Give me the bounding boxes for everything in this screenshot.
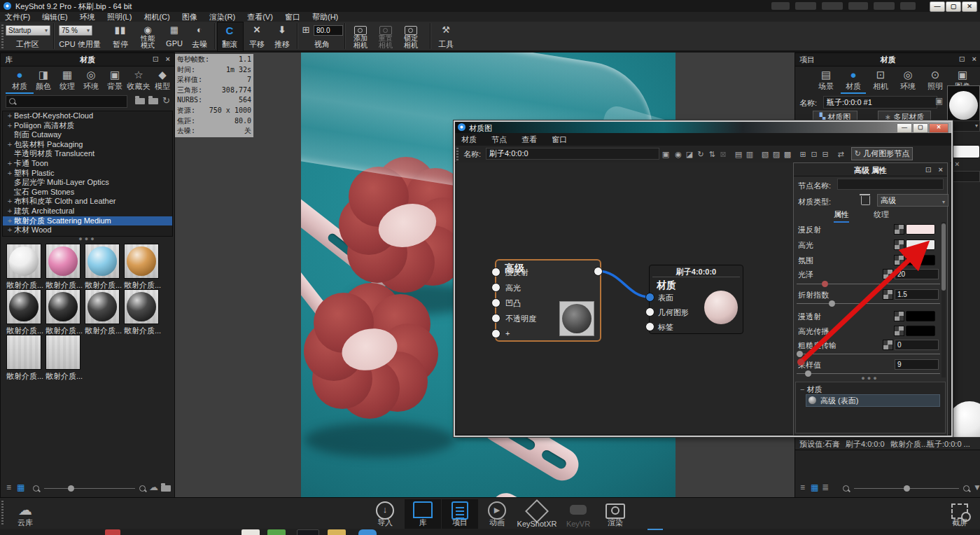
taskbar-app-icon[interactable] bbox=[358, 529, 377, 535]
filter-icon[interactable]: ▼ bbox=[973, 482, 980, 492]
thumbnail-size-slider[interactable] bbox=[44, 488, 135, 489]
import-button[interactable]: ↓ 导入 bbox=[367, 499, 403, 529]
panel-splitter[interactable]: ●●● bbox=[860, 375, 881, 382]
zoom-out-icon[interactable] bbox=[33, 485, 39, 492]
scrollbar-thumb[interactable] bbox=[941, 223, 946, 291]
workspace-dropdown[interactable]: Startup▾ bbox=[6, 25, 50, 36]
input-port-bump[interactable] bbox=[491, 298, 500, 307]
graph-menu-window[interactable]: 窗口 bbox=[552, 133, 567, 146]
menu-image[interactable]: 图像 bbox=[182, 12, 197, 22]
taskbar-app-icon[interactable] bbox=[105, 529, 120, 535]
cloud-library-button[interactable]: ☁ 云库 bbox=[7, 499, 43, 529]
partial-field[interactable] bbox=[952, 171, 980, 182]
menu-environment[interactable]: 环境 bbox=[80, 12, 95, 22]
maximize-window-button[interactable]: ▢ bbox=[913, 123, 928, 133]
project-toggle-button[interactable]: 项目 bbox=[442, 499, 478, 530]
taskbar-app-icon[interactable] bbox=[297, 529, 319, 535]
material-item[interactable]: 散射介质... bbox=[890, 439, 927, 450]
menu-render[interactable]: 渲染(R) bbox=[209, 12, 235, 22]
undock-icon[interactable]: ⊡ bbox=[153, 55, 159, 64]
toolbar-grip[interactable] bbox=[456, 148, 458, 160]
taskbar-app-icon[interactable] bbox=[267, 529, 286, 535]
zoom-in-icon[interactable] bbox=[139, 485, 146, 492]
gpu-icon[interactable]: ▦ bbox=[164, 25, 185, 35]
grid-view-icon[interactable]: ▦ bbox=[811, 482, 818, 492]
pan-icon[interactable]: ✕ bbox=[246, 25, 267, 35]
menu-file[interactable]: 文件(F) bbox=[5, 12, 30, 22]
import-folder-icon[interactable] bbox=[148, 98, 158, 104]
keyshotxr-button[interactable]: KeyShotXR bbox=[516, 499, 558, 529]
tree-item[interactable]: 剖面 Cutaway bbox=[3, 130, 172, 140]
graph-menu-node[interactable]: 节点 bbox=[491, 133, 507, 146]
material-thumbnail[interactable]: 散射介质... bbox=[46, 289, 79, 336]
tools-label[interactable]: 工具 bbox=[435, 39, 456, 50]
tab-scene[interactable]: ▤场景 bbox=[812, 69, 840, 92]
pause-button-label[interactable]: 暂停 bbox=[111, 39, 130, 50]
tab-models[interactable]: ◆模型 bbox=[147, 69, 178, 92]
material-type-dropdown[interactable]: 高级▾ bbox=[877, 194, 948, 207]
render-preview-icon[interactable]: ◉ bbox=[673, 149, 683, 159]
diffuse-color-swatch[interactable] bbox=[906, 224, 935, 235]
search-input[interactable] bbox=[6, 95, 127, 108]
partial-dropdown[interactable]: ▾ bbox=[952, 120, 980, 132]
graph-name-field[interactable]: 刷子4:0:0:0 bbox=[486, 148, 659, 160]
screenshot-button[interactable]: 截屏 bbox=[941, 499, 978, 529]
performance-mode-label[interactable]: 性能 模式 bbox=[137, 35, 158, 49]
material-item[interactable]: 瓶子:0:0:0 ... bbox=[927, 439, 970, 450]
save-icon[interactable]: ▣ bbox=[661, 149, 671, 159]
taskbar-app-icon[interactable] bbox=[241, 529, 260, 535]
lock-camera-label[interactable]: 锁定 相机 bbox=[400, 35, 421, 49]
ribbon-grip[interactable] bbox=[1, 501, 4, 526]
samples-slider-handle[interactable] bbox=[805, 370, 811, 377]
graph-menu-material[interactable]: 材质 bbox=[461, 133, 477, 146]
filter-settings-icon[interactable]: ⇅ bbox=[707, 149, 717, 159]
tree-item-selected[interactable]: +散射介质 Scattering Medium bbox=[3, 216, 172, 226]
material-thumbnail[interactable]: 散射介质... bbox=[124, 244, 158, 291]
history-icon[interactable]: ↻ bbox=[696, 149, 706, 159]
library-toggle-button[interactable]: 库 bbox=[405, 499, 441, 530]
input-port-label[interactable] bbox=[645, 322, 654, 331]
menu-camera[interactable]: 相机(C) bbox=[144, 12, 169, 22]
tree-item[interactable]: +Best-Of-Keyshot-Cloud bbox=[3, 111, 172, 121]
material-thumbnail[interactable]: 散射介质... bbox=[85, 244, 118, 291]
align-nodes-icon[interactable]: ⇄ bbox=[836, 149, 846, 159]
input-port-opacity[interactable] bbox=[491, 314, 500, 323]
output-port[interactable] bbox=[594, 267, 603, 276]
input-port-geometry[interactable] bbox=[645, 307, 654, 317]
tumble-label[interactable]: 翻滚 bbox=[217, 39, 242, 50]
cloud-upload-icon[interactable]: ☁ bbox=[149, 482, 158, 492]
partial-color-swatch[interactable] bbox=[952, 145, 980, 158]
material-item[interactable]: 刷子4:0:0:0 bbox=[846, 439, 885, 450]
tree-item[interactable]: +塑料 Plastic bbox=[3, 169, 172, 179]
graph-menu-view[interactable]: 查看 bbox=[522, 133, 537, 146]
undock-icon[interactable]: ⊡ bbox=[959, 55, 965, 64]
tab-environment[interactable]: ◎环境 bbox=[894, 69, 922, 92]
add-folder-icon[interactable] bbox=[135, 98, 145, 104]
material-name-field[interactable]: 瓶子:0:0:0 #1 bbox=[823, 96, 937, 109]
tree-item[interactable]: +包装材料 Packaging bbox=[3, 140, 172, 150]
relink-material-icon[interactable]: ▩ bbox=[783, 149, 792, 159]
zoom-in-icon[interactable] bbox=[963, 485, 969, 492]
pause-icon[interactable]: ▮▮ bbox=[112, 25, 129, 35]
tree-child-row[interactable]: 高级 (表面) bbox=[806, 394, 940, 407]
tab-camera[interactable]: ⊡相机 bbox=[867, 69, 895, 92]
denoise-label[interactable]: 去噪 bbox=[189, 39, 210, 50]
fov-value-field[interactable]: 80.0 bbox=[314, 25, 343, 36]
list-view-icon[interactable]: ≡ bbox=[6, 482, 11, 492]
material-thumbnail[interactable]: 散射介质... bbox=[124, 289, 158, 336]
geometry-node-toggle[interactable]: ↻ 几何图形节点 bbox=[851, 147, 913, 160]
material-thumbnail[interactable]: 散射介质... bbox=[46, 244, 79, 291]
tree-item[interactable]: 半透明材质 Translucent bbox=[3, 149, 172, 159]
delete-node-icon[interactable]: ▥ bbox=[745, 149, 755, 159]
performance-mode-icon[interactable]: ◉ bbox=[137, 25, 158, 35]
tumble-icon[interactable]: C bbox=[217, 25, 242, 36]
pan-label[interactable]: 平移 bbox=[246, 39, 267, 50]
split-view-icon[interactable]: ◪ bbox=[685, 149, 694, 159]
fit-view-icon[interactable]: ⊡ bbox=[809, 149, 819, 159]
duplicate-icon[interactable]: ▤ bbox=[734, 149, 743, 159]
menu-window[interactable]: 窗口 bbox=[285, 12, 300, 22]
close-icon[interactable]: × bbox=[939, 165, 943, 174]
preset-label[interactable]: 预设值:石膏 bbox=[799, 439, 840, 450]
menu-edit[interactable]: 编辑(E) bbox=[42, 12, 68, 22]
gpu-label[interactable]: GPU bbox=[164, 39, 185, 48]
